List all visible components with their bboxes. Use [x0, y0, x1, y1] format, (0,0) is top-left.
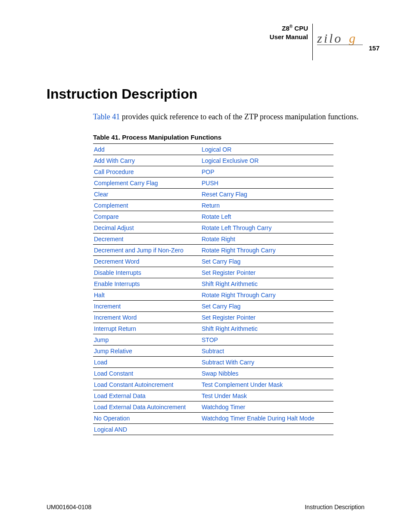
section-heading: Instruction Description	[47, 86, 364, 102]
table-row: Load Constant AutoincrementTest Compleme…	[93, 379, 333, 390]
table-row: CompareRotate Left	[93, 211, 333, 222]
product-line1-pre: Z8	[282, 25, 290, 32]
table-row: Enable InterruptsShift Right Arithmetic	[93, 278, 333, 289]
function-link[interactable]: Decimal Adjust	[93, 222, 201, 233]
function-link[interactable]: STOP	[201, 334, 333, 345]
function-link[interactable]: Load Constant Autoincrement	[93, 379, 201, 390]
function-link[interactable]: Halt	[93, 289, 201, 301]
product-line2: User Manual	[270, 33, 308, 40]
table-row: IncrementSet Carry Flag	[93, 301, 333, 312]
table-row: Decrement and Jump if Non-ZeroRotate Rig…	[93, 245, 333, 256]
table-row: Decimal AdjustRotate Left Through Carry	[93, 222, 333, 233]
page-header: Z8® CPU User Manual zilo g 157	[47, 24, 364, 60]
function-link[interactable]: No Operation	[93, 413, 201, 424]
function-link[interactable]: Set Carry Flag	[201, 256, 333, 267]
function-link[interactable]: Logical OR	[201, 144, 333, 155]
table-row: Load External DataTest Under Mask	[93, 390, 333, 401]
table-row: Complement Carry FlagPUSH	[93, 177, 333, 189]
table-crossref-link[interactable]: Table 41	[93, 112, 120, 121]
footer-doc-id: UM001604-0108	[47, 504, 91, 510]
function-link[interactable]: Set Register Pointer	[201, 312, 333, 323]
function-link[interactable]: Decrement Word	[93, 256, 201, 267]
function-link[interactable]: Clear	[93, 189, 201, 200]
table-row: Load ConstantSwap Nibbles	[93, 368, 333, 379]
function-link[interactable]: Rotate Right Through Carry	[201, 289, 333, 301]
function-link[interactable]: Rotate Right Through Carry	[201, 245, 333, 256]
function-link[interactable]: Decrement and Jump if Non-Zero	[93, 245, 201, 256]
table-row: ComplementReturn	[93, 200, 333, 211]
function-link[interactable]: Rotate Right	[201, 233, 333, 245]
function-link[interactable]: Interrupt Return	[93, 323, 201, 334]
functions-table: AddLogical ORAdd With CarryLogical Exclu…	[93, 143, 333, 435]
page-number: 157	[369, 44, 380, 52]
function-link[interactable]: Rotate Left	[201, 211, 333, 222]
function-link[interactable]: Complement Carry Flag	[93, 177, 201, 189]
function-link[interactable]: Swap Nibbles	[201, 368, 333, 379]
table-row: AddLogical OR	[93, 144, 333, 155]
function-link[interactable]: Subtract	[201, 345, 333, 357]
svg-text:g: g	[349, 31, 355, 45]
function-link[interactable]: PUSH	[201, 177, 333, 189]
table-row: DecrementRotate Right	[93, 233, 333, 245]
table-row: Decrement WordSet Carry Flag	[93, 256, 333, 267]
function-link[interactable]: Shift Right Arithmetic	[201, 323, 333, 334]
table-row: No OperationWatchdog Timer Enable During…	[93, 413, 333, 424]
table-row: Interrupt ReturnShift Right Arithmetic	[93, 323, 333, 334]
table-row: Disable InterruptsSet Register Pointer	[93, 267, 333, 278]
footer-section: Instruction Description	[305, 504, 364, 510]
table-row: Logical AND	[93, 424, 333, 435]
intro-text: provides quick reference to each of the …	[120, 112, 358, 121]
table-row: HaltRotate Right Through Carry	[93, 289, 333, 301]
table-row: Load External Data AutoincrementWatchdog…	[93, 401, 333, 413]
function-link[interactable]: Load External Data Autoincrement	[93, 401, 201, 413]
function-link[interactable]: Set Carry Flag	[201, 301, 333, 312]
function-link[interactable]: Add	[93, 144, 201, 155]
function-link[interactable]: Disable Interrupts	[93, 267, 201, 278]
table-row: Add With CarryLogical Exclusive OR	[93, 155, 333, 166]
intro-paragraph: Table 41 provides quick reference to eac…	[93, 112, 364, 121]
svg-text:zilo: zilo	[317, 31, 342, 45]
function-link[interactable]: Increment	[93, 301, 201, 312]
function-link[interactable]: Subtract With Carry	[201, 357, 333, 368]
function-link[interactable]: Complement	[93, 200, 201, 211]
function-link[interactable]: Test Complement Under Mask	[201, 379, 333, 390]
function-link[interactable]: Load External Data	[93, 390, 201, 401]
function-link[interactable]: POP	[201, 166, 333, 177]
function-link[interactable]: Add With Carry	[93, 155, 201, 166]
page-footer: UM001604-0108 Instruction Description	[47, 504, 364, 510]
function-link[interactable]: Set Register Pointer	[201, 267, 333, 278]
function-link[interactable]: Logical AND	[93, 424, 201, 435]
function-link[interactable]: Call Procedure	[93, 166, 201, 177]
function-link[interactable]: Watchdog Timer	[201, 401, 333, 413]
table-caption: Table 41. Process Manipulation Functions	[93, 134, 333, 141]
function-link[interactable]: Logical Exclusive OR	[201, 155, 333, 166]
function-link[interactable]: Load	[93, 357, 201, 368]
table-row: LoadSubtract With Carry	[93, 357, 333, 368]
zilog-logo-icon: zilo g	[317, 31, 364, 46]
functions-table-wrap: Table 41. Process Manipulation Functions…	[93, 134, 333, 435]
table-row: ClearReset Carry Flag	[93, 189, 333, 200]
function-link[interactable]: Decrement	[93, 233, 201, 245]
function-link[interactable]: Reset Carry Flag	[201, 189, 333, 200]
function-link[interactable]: Jump	[93, 334, 201, 345]
table-row: JumpSTOP	[93, 334, 333, 345]
function-link[interactable]: Shift Right Arithmetic	[201, 278, 333, 289]
function-link[interactable]: Increment Word	[93, 312, 201, 323]
table-row: Call ProcedurePOP	[93, 166, 333, 177]
logo-area: zilo g 157	[317, 24, 364, 46]
function-link[interactable]: Enable Interrupts	[93, 278, 201, 289]
function-link[interactable]: Return	[201, 200, 333, 211]
table-row: Increment WordSet Register Pointer	[93, 312, 333, 323]
function-link[interactable]: Compare	[93, 211, 201, 222]
function-link[interactable]: Jump Relative	[93, 345, 201, 357]
product-title: Z8® CPU User Manual	[270, 24, 313, 60]
function-link[interactable]: Watchdog Timer Enable During Halt Mode	[201, 413, 333, 424]
table-row: Jump RelativeSubtract	[93, 345, 333, 357]
function-link[interactable]: Load Constant	[93, 368, 201, 379]
function-link[interactable]: Test Under Mask	[201, 390, 333, 401]
function-link[interactable]: Rotate Left Through Carry	[201, 222, 333, 233]
function-link	[201, 424, 333, 435]
product-line1-post: CPU	[293, 25, 308, 32]
